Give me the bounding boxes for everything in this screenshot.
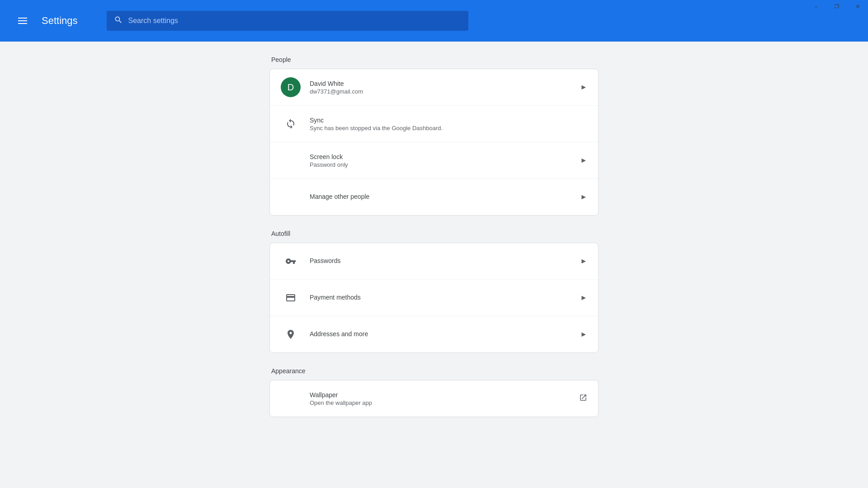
wallpaper-title: Wallpaper xyxy=(310,391,572,399)
menu-icon[interactable] xyxy=(18,18,27,24)
autofill-card: Passwords ► Payment methods ► xyxy=(269,243,599,353)
external-link-icon xyxy=(579,394,587,404)
search-bar xyxy=(107,11,468,31)
chevron-icon: ► xyxy=(580,83,587,91)
addresses-content: Addresses and more xyxy=(310,330,573,338)
screen-lock-subtitle: Password only xyxy=(310,161,573,168)
account-content: David White dw7371@gmail.com xyxy=(310,80,573,95)
autofill-section-title: Autofill xyxy=(269,230,599,237)
card-icon xyxy=(281,288,301,308)
pin-icon xyxy=(281,324,301,344)
minimize-button[interactable]: – xyxy=(806,0,826,13)
wallpaper-content: Wallpaper Open the wallpaper app xyxy=(310,391,572,406)
manage-people-icon-placeholder xyxy=(281,187,301,207)
payment-methods-row[interactable]: Payment methods ► xyxy=(270,280,598,316)
passwords-content: Passwords xyxy=(310,257,573,265)
people-card: D David White dw7371@gmail.com ► Sync Sy… xyxy=(269,69,599,216)
chevron-icon: ► xyxy=(580,330,587,338)
main-content: People D David White dw7371@gmail.com ► … xyxy=(0,42,868,488)
avatar: D xyxy=(281,77,301,97)
titlebar: – ❐ ✕ xyxy=(806,0,868,13)
screen-lock-title: Screen lock xyxy=(310,153,573,160)
wallpaper-subtitle: Open the wallpaper app xyxy=(310,399,572,406)
chevron-icon: ► xyxy=(580,257,587,265)
maximize-button[interactable]: ❐ xyxy=(826,0,847,13)
key-icon xyxy=(281,251,301,271)
payment-methods-content: Payment methods xyxy=(310,294,573,302)
sync-icon xyxy=(281,114,301,134)
manage-other-people-row[interactable]: Manage other people ► xyxy=(270,179,598,215)
appearance-section-title: Appearance xyxy=(269,367,599,375)
manage-other-people-title: Manage other people xyxy=(310,193,573,200)
payment-methods-title: Payment methods xyxy=(310,294,573,301)
addresses-row[interactable]: Addresses and more ► xyxy=(270,316,598,352)
account-email: dw7371@gmail.com xyxy=(310,88,573,95)
sync-content: Sync Sync has been stopped via the Googl… xyxy=(310,117,587,131)
search-input[interactable] xyxy=(128,17,461,25)
chevron-icon: ► xyxy=(580,193,587,201)
chevron-icon: ► xyxy=(580,156,587,164)
account-name: David White xyxy=(310,80,573,87)
sync-subtitle: Sync has been stopped via the Google Das… xyxy=(310,125,587,131)
manage-other-people-content: Manage other people xyxy=(310,193,573,201)
sync-title: Sync xyxy=(310,117,587,124)
people-section-title: People xyxy=(269,56,599,63)
appearance-card: Wallpaper Open the wallpaper app xyxy=(269,380,599,417)
passwords-title: Passwords xyxy=(310,257,573,264)
wallpaper-row[interactable]: Wallpaper Open the wallpaper app xyxy=(270,380,598,417)
screen-lock-row[interactable]: Screen lock Password only ► xyxy=(270,142,598,179)
account-row[interactable]: D David White dw7371@gmail.com ► xyxy=(270,69,598,106)
app-title: Settings xyxy=(42,15,78,27)
wallpaper-icon-placeholder xyxy=(281,389,301,408)
sync-row[interactable]: Sync Sync has been stopped via the Googl… xyxy=(270,106,598,142)
close-button[interactable]: ✕ xyxy=(847,0,868,13)
addresses-title: Addresses and more xyxy=(310,330,573,338)
app-header: Settings xyxy=(0,0,868,42)
screen-lock-icon-placeholder xyxy=(281,150,301,170)
screen-lock-content: Screen lock Password only xyxy=(310,153,573,168)
passwords-row[interactable]: Passwords ► xyxy=(270,243,598,280)
search-icon xyxy=(114,15,123,27)
chevron-icon: ► xyxy=(580,294,587,302)
